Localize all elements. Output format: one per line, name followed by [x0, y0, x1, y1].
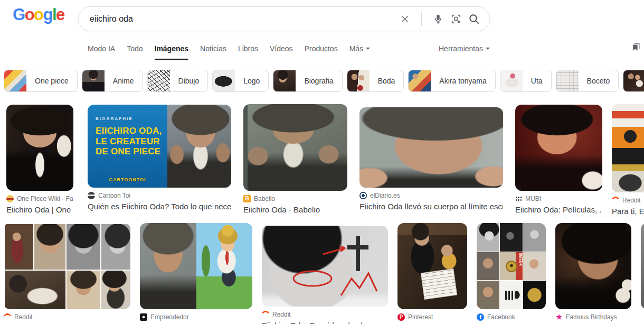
result-thumbnail[interactable]: 尾田栄 [477, 223, 546, 309]
collage-tile [477, 223, 499, 252]
lens-camera-icon[interactable] [449, 12, 463, 26]
tab-imagenes[interactable]: Imágenes [155, 37, 189, 60]
result-title[interactable]: Eiichiro Oda | One ... [6, 205, 73, 215]
microphone-icon[interactable] [431, 12, 445, 26]
chip-thumbnail [148, 70, 170, 92]
chip-thumbnail [500, 70, 523, 92]
logo-letter: G [13, 5, 25, 24]
image-result[interactable]: ★Famous Birthdays Eiichiro Oda: Fecha de… [555, 223, 631, 324]
manga-cover-tile [612, 148, 644, 171]
result-source[interactable]: Cartoon Toi [88, 192, 231, 199]
result-source[interactable]: Reddit [4, 313, 130, 321]
result-source[interactable]: BBabelio [243, 195, 347, 202]
result-thumbnail[interactable] [555, 223, 631, 309]
image-result-partial[interactable] [641, 223, 644, 309]
biography-kicker: BIOGRAPHIE [96, 116, 167, 121]
tools-button[interactable]: Herramientas [439, 37, 490, 60]
result-source[interactable]: Reddit [612, 197, 644, 204]
result-thumbnail[interactable] [262, 226, 388, 307]
result-source[interactable]: MUBI [515, 195, 602, 202]
chip-anime[interactable]: Anime [82, 70, 143, 92]
biography-brand: CARTOONTOI [88, 177, 167, 182]
image-result[interactable]: elDiario.es Eiichiro Oda llevó su cuerpo… [359, 107, 503, 211]
result-thumbnail[interactable] [140, 223, 252, 309]
tab-todo[interactable]: Todo [127, 37, 143, 60]
photo-panel [167, 105, 231, 188]
result-source[interactable]: fFacebook [477, 313, 546, 321]
image-result[interactable]: MUBI Eiichiro Oda: Películas, ... [515, 105, 602, 215]
reddit-favicon [612, 197, 619, 204]
chip-pareja[interactable]: Pareja [623, 70, 644, 92]
result-thumbnail[interactable] [641, 223, 644, 309]
tab-libros[interactable]: Libros [238, 37, 258, 60]
chip-akira-toriyama[interactable]: Akira toriyama [408, 70, 495, 92]
result-title[interactable]: Para ti, Eii [612, 206, 644, 216]
image-result[interactable]: Reddit Para ti, Eii [612, 104, 644, 216]
result-source[interactable]: Emprendedor [140, 313, 252, 321]
collage-tile [477, 252, 499, 281]
image-result[interactable]: 尾田栄 fFacebook ❤ [477, 223, 546, 324]
logo-letter: e [56, 5, 64, 24]
chip-uta[interactable]: Uta [500, 70, 552, 92]
clear-icon[interactable] [398, 12, 412, 26]
result-title[interactable]: Eiichiro Oda: Considerado el... [262, 320, 388, 324]
result-title[interactable]: Quién es Eiichiro Oda? Todo lo que neces… [88, 201, 231, 211]
result-title[interactable]: Eiichiro Oda llevó su cuerpo al límite e… [359, 201, 503, 211]
tab-videos[interactable]: Vídeos [270, 37, 293, 60]
chip-thumbnail [4, 70, 26, 92]
result-thumbnail[interactable] [243, 104, 347, 191]
result-thumbnail[interactable] [515, 105, 602, 191]
result-thumbnail[interactable] [6, 105, 73, 191]
facebook-favicon: f [477, 313, 484, 321]
tab-productos[interactable]: Productos [305, 37, 338, 60]
pinterest-favicon: P [397, 313, 405, 321]
collage-tile [5, 271, 65, 309]
image-result[interactable]: Emprendedor Eiichiro Oda: El genio detrá… [140, 223, 252, 324]
chip-thumbnail [623, 70, 644, 92]
chip-boda[interactable]: Boda [347, 70, 404, 92]
result-thumbnail[interactable]: BIOGRAPHIE EIICHIRO ODA, LE CREATEUR DE … [88, 105, 231, 188]
tab-noticias[interactable]: Noticias [200, 37, 226, 60]
tab-mas[interactable]: Más [349, 37, 370, 60]
chip-logo[interactable]: Logo [212, 70, 269, 92]
result-thumbnail[interactable] [397, 223, 467, 309]
result-source[interactable]: elDiario.es [359, 192, 503, 199]
image-result[interactable]: Reddit Feliz 45 cumpleaños para Eiichiro… [4, 223, 130, 324]
mubi-favicon [515, 196, 522, 201]
image-result[interactable]: One Piece Wiki - Fa... Eiichiro Oda | On… [6, 105, 73, 215]
chip-one-piece[interactable]: One piece [4, 70, 78, 92]
result-source[interactable]: Reddit [262, 311, 388, 318]
logo-letter: o [25, 5, 34, 24]
collage-tile [5, 224, 33, 270]
chip-dibujo[interactable]: Dibujo [147, 70, 209, 92]
image-result[interactable]: BBabelio Eiichiro Oda - Babelio [243, 104, 347, 215]
result-thumbnail[interactable] [359, 107, 503, 188]
image-result[interactable]: Reddit Eiichiro Oda: Considerado el... [262, 226, 388, 324]
chevron-down-icon [366, 48, 370, 52]
logo-letter: o [34, 5, 43, 24]
collage-tile [101, 224, 130, 270]
search-input[interactable] [89, 14, 398, 24]
result-source[interactable]: PPinterest [397, 313, 467, 321]
manga-cover-tile [612, 104, 644, 127]
search-divider [421, 12, 422, 26]
result-thumbnail[interactable] [612, 104, 644, 192]
chip-thumbnail [82, 70, 105, 92]
chip-thumbnail [273, 70, 296, 92]
saved-collections-icon[interactable] [631, 42, 641, 54]
result-title[interactable]: Eiichiro Oda - Babelio [243, 205, 347, 215]
manga-cover-tile [612, 127, 644, 148]
result-source[interactable]: ★Famous Birthdays [555, 313, 631, 321]
image-result[interactable]: BIOGRAPHIE EIICHIRO ODA, LE CREATEUR DE … [88, 105, 231, 211]
google-logo[interactable]: Google [13, 5, 64, 24]
result-thumbnail[interactable] [4, 223, 130, 309]
image-result[interactable]: PPinterest Eiichiro Oda [397, 223, 467, 324]
chevron-down-icon [486, 48, 490, 52]
chip-biografia[interactable]: Biografia [273, 70, 342, 92]
result-title[interactable]: Eiichiro Oda: Películas, ... [515, 205, 602, 215]
tab-modo-ia[interactable]: Modo IA [88, 37, 115, 60]
result-source[interactable]: One Piece Wiki - Fa... [6, 195, 73, 202]
chip-boceto[interactable]: Boceto [556, 70, 619, 92]
search-bar[interactable] [78, 6, 490, 31]
search-icon[interactable] [467, 12, 481, 26]
